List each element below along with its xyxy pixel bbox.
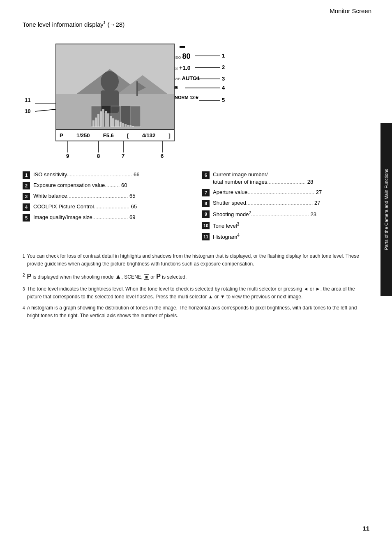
svg-text:3: 3 xyxy=(222,76,225,82)
ev-icon: ☑ xyxy=(175,65,178,72)
labels-left-column: 1 ISO sensitivity.......................… xyxy=(23,171,190,244)
label-row-10: 10 Tone level3 xyxy=(202,222,369,230)
svg-rect-29 xyxy=(121,106,131,127)
label-row-1: 1 ISO sensitivity.......................… xyxy=(23,171,190,179)
iso-value: 80 xyxy=(182,50,191,63)
svg-text:4: 4 xyxy=(222,85,225,91)
label-num-9: 9 xyxy=(202,210,210,218)
svg-text:11: 11 xyxy=(25,97,30,103)
label-row-2: 2 Exposure compensation value.......... … xyxy=(23,182,190,189)
header-title: Monitor Screen xyxy=(330,7,371,14)
bracket-close: ] xyxy=(169,132,171,138)
norm-value: NORM 12★ xyxy=(175,94,200,102)
label-row-6: 6 Current image number/total number of i… xyxy=(202,171,369,186)
label-num-4: 4 xyxy=(23,203,30,211)
camera-bottom-bar: P 1/250 F5.6 [ 4/132 ] xyxy=(55,130,175,141)
main-content: Tone level information display1 (→28) xyxy=(23,21,369,323)
side-tab-label: Parts of the Camera and Main Functions xyxy=(383,169,389,250)
label-row-11: 11 Histogram4 xyxy=(202,233,369,241)
svg-rect-26 xyxy=(91,106,101,127)
label-num-6: 6 xyxy=(202,171,210,179)
label-text-10: Tone level3 xyxy=(213,222,369,230)
label-text-8: Shutter speed...........................… xyxy=(213,199,369,207)
footnote-text-1: You can check for loss of contrast detai… xyxy=(27,252,369,268)
bracket-open: [ xyxy=(127,132,129,138)
iso-label: ISO xyxy=(175,54,181,61)
label-text-7: Aperture value..........................… xyxy=(213,189,369,196)
wb-label: WB xyxy=(175,76,181,82)
svg-text:1: 1 xyxy=(222,53,225,59)
label-row-7: 7 Aperture value........................… xyxy=(202,189,369,196)
svg-text:8: 8 xyxy=(97,153,100,159)
footnote-num-2: 2 xyxy=(23,272,25,279)
footnote-num-1: 1 xyxy=(23,253,25,260)
label-row-3: 3 White balance.........................… xyxy=(23,192,190,200)
label-row-5: 5 Image quality/Image size..............… xyxy=(23,214,190,222)
label-num-7: 7 xyxy=(202,189,210,196)
svg-text:6: 6 xyxy=(161,153,164,159)
svg-rect-28 xyxy=(111,106,121,127)
page-header: Monitor Screen xyxy=(330,7,371,14)
shutter-speed-display: 1/250 xyxy=(76,132,90,138)
svg-text:7: 7 xyxy=(122,153,125,159)
label-text-9: Shooting mode2..........................… xyxy=(213,210,369,219)
aperture-display: F5.6 xyxy=(103,132,114,138)
page-number: 11 xyxy=(362,525,369,532)
shooting-mode-p: P xyxy=(60,132,63,138)
label-text-1: ISO sensitivity.........................… xyxy=(33,171,190,178)
label-num-11: 11 xyxy=(202,233,210,240)
battery-icon: ▬ xyxy=(180,43,185,49)
label-text-5: Image quality/Image size................… xyxy=(33,214,190,221)
svg-line-43 xyxy=(35,109,55,111)
camera-screen xyxy=(55,44,175,130)
label-text-2: Exposure compensation value.......... 60 xyxy=(33,182,190,189)
footnote-1: 1 You can check for loss of contrast det… xyxy=(23,252,369,268)
label-row-4: 4 COOLPIX Picture Control...............… xyxy=(23,203,190,211)
footnote-num-3: 3 xyxy=(23,286,25,293)
labels-section: 1 ISO sensitivity.......................… xyxy=(23,171,369,244)
svg-rect-27 xyxy=(101,106,111,127)
svg-text:10: 10 xyxy=(25,108,30,114)
footnote-4: 4 A histogram is a graph showing the dis… xyxy=(23,304,369,320)
label-num-10: 10 xyxy=(202,222,210,229)
label-text-3: White balance...........................… xyxy=(33,192,190,200)
wb-value: AUTO1 xyxy=(182,74,200,83)
info-panel: ISO 80 ☑ +1.0 WB AUTO1 ◙ NORM 12★ xyxy=(175,50,200,102)
label-text-6: Current image number/total number of ima… xyxy=(213,171,369,186)
section-title: Tone level information display1 (→28) xyxy=(23,21,369,28)
side-tab: Parts of the Camera and Main Functions xyxy=(380,123,392,296)
svg-text:5: 5 xyxy=(222,97,225,103)
icon-row: ◙ xyxy=(175,83,200,92)
svg-rect-4 xyxy=(136,81,138,96)
footnotes-section: 1 You can check for loss of contrast det… xyxy=(23,252,369,320)
frame-count-display: 4/132 xyxy=(142,132,156,138)
footnote-text-4: A histogram is a graph showing the distr… xyxy=(27,304,369,320)
label-text-4: COOLPIX Picture Control.................… xyxy=(33,203,190,210)
labels-right-column: 6 Current image number/total number of i… xyxy=(202,171,369,244)
label-row-9: 9 Shooting mode2........................… xyxy=(202,210,369,219)
label-num-5: 5 xyxy=(23,214,30,222)
diagram-area: ▬ ISO 80 ☑ +1.0 WB AUTO1 ◙ NORM 12★ P 1/… xyxy=(23,35,269,167)
svg-text:9: 9 xyxy=(66,153,69,159)
label-num-8: 8 xyxy=(202,200,210,207)
svg-rect-30 xyxy=(131,106,141,127)
svg-text:2: 2 xyxy=(222,64,225,70)
svg-point-6 xyxy=(101,71,119,92)
footnote-num-4: 4 xyxy=(23,305,25,312)
footnote-text-2: P is displayed when the shooting mode ▲,… xyxy=(27,271,187,282)
label-num-1: 1 xyxy=(23,171,30,179)
footnote-3: 3 The tone level indicates the brightnes… xyxy=(23,285,369,301)
label-row-8: 8 Shutter speed.........................… xyxy=(202,199,369,207)
label-num-2: 2 xyxy=(23,182,30,189)
scene-svg xyxy=(56,44,175,130)
label-text-11: Histogram4 xyxy=(213,233,369,241)
footnote-2: 2 P is displayed when the shooting mode … xyxy=(23,271,369,282)
footnote-text-3: The tone level indicates the brightness … xyxy=(27,285,369,301)
ev-value: +1.0 xyxy=(179,63,191,73)
label-num-3: 3 xyxy=(23,193,30,200)
